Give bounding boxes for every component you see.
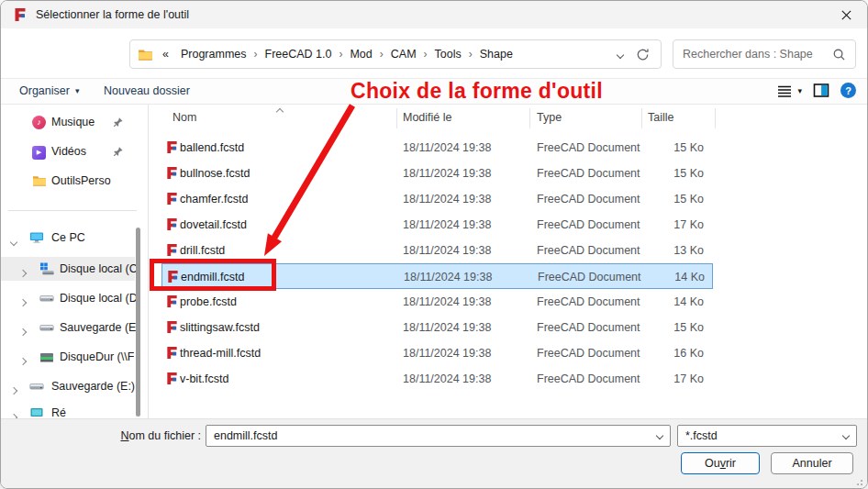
organiser-button[interactable]: Organiser ▾: [19, 84, 79, 97]
navigation-row: «Programmes›FreeCAD 1.0›Mod›CAM›Tools›Sh…: [1, 28, 867, 79]
sidebar-item-disque-local-d[interactable]: Disque local (D: [1, 286, 135, 310]
pc-icon: [29, 230, 44, 245]
sidebar-item-label: Disque local (D: [60, 292, 138, 305]
column-separator[interactable]: [529, 108, 530, 128]
filetype-combobox[interactable]: *.fcstd: [677, 425, 857, 447]
filename-combobox[interactable]: endmill.fcstd: [206, 425, 671, 447]
file-name: slittingsaw.fcstd: [180, 321, 260, 334]
drive-icon: [39, 320, 54, 335]
new-folder-label: Nouveau dossier: [104, 84, 190, 97]
close-button[interactable]: [825, 1, 867, 28]
search-icon: [832, 48, 846, 61]
file-name: dovetail.fcstd: [180, 218, 247, 231]
breadcrumb-item-freecad-1-0[interactable]: FreeCAD 1.0: [259, 48, 339, 61]
sidebar-item-sauvegarde-e[interactable]: Sauvegarde (E:): [1, 374, 135, 398]
file-size: 17 Ko: [579, 372, 704, 385]
address-controls: [618, 48, 653, 61]
breadcrumb-item-programmes[interactable]: Programmes: [174, 48, 253, 61]
breadcrumb-item-tools[interactable]: Tools: [428, 48, 468, 61]
new-folder-button[interactable]: Nouveau dossier: [104, 84, 190, 97]
filetype-value: *.fcstd: [685, 429, 843, 442]
file-name: chamfer.fcstd: [180, 193, 248, 206]
open-button[interactable]: Ouvrir: [681, 452, 760, 474]
column-separator[interactable]: [396, 108, 397, 128]
freecad-app-icon: [13, 7, 28, 22]
organiser-label: Organiser: [19, 84, 70, 97]
column-header-size[interactable]: Taille: [648, 111, 674, 124]
file-size: 15 Ko: [579, 193, 704, 206]
breadcrumb-collapsed[interactable]: «: [157, 48, 174, 61]
freecad-file-icon: [165, 346, 179, 360]
cancel-label: Annuler: [792, 457, 831, 470]
file-row-chamfer-fcstd[interactable]: chamfer.fcstd18/11/2024 19:38FreeCAD Doc…: [161, 186, 713, 212]
column-header-name[interactable]: Nom: [172, 111, 196, 124]
video-icon: ▶: [32, 144, 46, 160]
chevron-down-icon[interactable]: [11, 235, 17, 248]
sidebar-item-sauvegarde-e[interactable]: Sauvegarde (E:: [1, 316, 135, 339]
resize-grip-icon[interactable]: [856, 479, 863, 486]
sidebar-scrollbar[interactable]: [136, 228, 140, 417]
sidebar-item-label: Vidéos: [51, 145, 86, 158]
file-list: Nom Modifié le Type Taille ballend.fcstd…: [149, 105, 867, 418]
file-row-slittingsaw-fcstd[interactable]: slittingsaw.fcstd18/11/2024 19:38FreeCAD…: [161, 315, 713, 340]
sidebar-item-label: Disque local (C: [60, 262, 138, 275]
search-placeholder: Rechercher dans : Shape: [683, 48, 832, 61]
breadcrumb-item-mod[interactable]: Mod: [343, 48, 378, 61]
sort-ascending-icon: [276, 108, 284, 116]
file-modified: 18/11/2024 19:38: [403, 347, 491, 360]
freecad-file-icon: [165, 295, 179, 308]
chevron-right-icon[interactable]: [20, 295, 26, 308]
freecad-file-icon: [165, 140, 179, 154]
sidebar-item-musique[interactable]: ♪Musique: [1, 110, 135, 134]
sidebar-item-vid-os[interactable]: ▶Vidéos: [1, 139, 135, 163]
refresh-button[interactable]: [636, 48, 650, 61]
search-input[interactable]: Rechercher dans : Shape: [673, 39, 856, 69]
breadcrumb-item-cam[interactable]: CAM: [384, 48, 423, 61]
music-icon: ♪: [32, 115, 46, 129]
footer: Nom du fichier : endmill.fcstd *.fcstd O…: [1, 418, 867, 489]
folder-icon: [138, 47, 153, 62]
breadcrumb-item-shape[interactable]: Shape: [473, 48, 519, 61]
preview-pane-button[interactable]: [813, 83, 829, 97]
view-options-button[interactable]: ▾: [777, 83, 802, 98]
file-row-v-bit-fcstd[interactable]: v-bit.fcstd18/11/2024 19:38FreeCAD Docum…: [161, 366, 713, 392]
sidebar-item-label: Ré: [51, 406, 66, 418]
file-row-bullnose-fcstd[interactable]: bullnose.fcstd18/11/2024 19:38FreeCAD Do…: [161, 161, 713, 186]
file-row-probe-fcstd[interactable]: probe.fcstd18/11/2024 19:38FreeCAD Docum…: [161, 289, 713, 315]
sidebar-item-disquedur-f[interactable]: DisqueDur (\\F: [1, 345, 135, 369]
sidebar-item-outilsperso[interactable]: OutilsPerso: [1, 169, 135, 193]
sidebar-item-ce-pc[interactable]: Ce PC: [1, 226, 135, 250]
chevron-right-icon[interactable]: [11, 410, 17, 418]
sidebar-item-r[interactable]: Ré: [1, 401, 135, 418]
file-row-drill-fcstd[interactable]: drill.fcstd18/11/2024 19:38FreeCAD Docum…: [161, 238, 713, 263]
sidebar-item-disque-local-c[interactable]: Disque local (C: [1, 257, 135, 281]
chevron-right-icon[interactable]: [11, 383, 17, 396]
window-title: Sélectionner la forme de l'outil: [36, 8, 189, 21]
file-row-endmill-fcstd[interactable]: endmill.fcstd18/11/2024 19:38FreeCAD Doc…: [161, 263, 713, 289]
column-header-modified[interactable]: Modifié le: [403, 111, 452, 124]
chevron-down-icon: [842, 432, 850, 439]
chevron-right-icon[interactable]: [20, 266, 26, 279]
drive-icon: [39, 291, 54, 306]
chevron-right-icon[interactable]: [20, 354, 26, 367]
filename-label-rest: om du fichier :: [128, 429, 201, 442]
column-separator[interactable]: [641, 108, 642, 128]
chevron-right-icon[interactable]: [20, 325, 26, 338]
column-separator[interactable]: [715, 108, 716, 128]
filename-value: endmill.fcstd: [214, 429, 657, 442]
freecad-file-icon: [165, 217, 179, 231]
pin-icon: [113, 146, 124, 160]
file-row-thread-mill-fcstd[interactable]: thread-mill.fcstd18/11/2024 19:38FreeCAD…: [161, 340, 713, 366]
main-area: ♪Musique▶VidéosOutilsPersoCe PCDisque lo…: [1, 105, 867, 418]
address-bar[interactable]: «Programmes›FreeCAD 1.0›Mod›CAM›Tools›Sh…: [129, 39, 662, 69]
cancel-button[interactable]: Annuler: [771, 452, 853, 474]
file-modified: 18/11/2024 19:38: [403, 372, 491, 385]
help-button[interactable]: ?: [840, 83, 856, 98]
file-name: endmill.fcstd: [181, 271, 244, 283]
network-icon: [29, 406, 44, 418]
file-row-ballend-fcstd[interactable]: ballend.fcstd18/11/2024 19:38FreeCAD Doc…: [161, 135, 713, 161]
caret-down-icon: ▾: [75, 86, 80, 95]
file-row-dovetail-fcstd[interactable]: dovetail.fcstd18/11/2024 19:38FreeCAD Do…: [161, 212, 713, 238]
column-header-type[interactable]: Type: [537, 111, 562, 124]
address-dropdown-button[interactable]: [618, 48, 623, 61]
